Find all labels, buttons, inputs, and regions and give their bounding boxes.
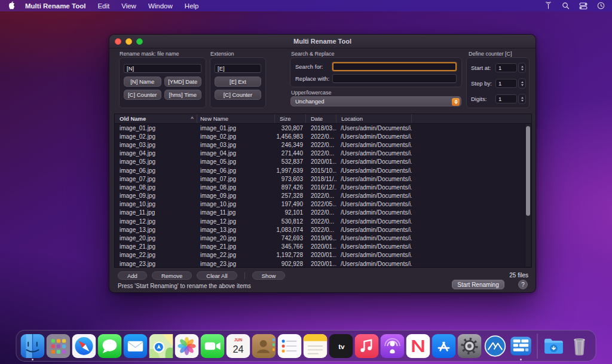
column-header-new-name[interactable]: New Name: [197, 114, 275, 123]
table-row[interactable]: image_12.jpgimage_12.jpg530,8122022/0...…: [115, 217, 531, 225]
dock-icon-tv[interactable]: tv: [329, 333, 353, 359]
table-row[interactable]: image_10.jpgimage_10.jpg197,4902022/05..…: [115, 200, 531, 209]
table-row[interactable]: image_11.jpgimage_11.jpg92,1012022/0.../…: [115, 209, 531, 217]
dock-icon-facetime[interactable]: [201, 333, 225, 359]
cell-old: image_22.jpg: [115, 251, 197, 259]
start-renaming-button[interactable]: Start Renaming: [452, 280, 504, 289]
mask-token-button-1[interactable]: [YMD] Date: [164, 77, 202, 87]
mask-token-button-3[interactable]: [hms] Time: [164, 90, 202, 100]
cell-date: 2018/03...: [306, 124, 336, 132]
table-row[interactable]: image_03.jpgimage_03.jpg246,3492022/0...…: [115, 140, 531, 149]
column-header-old-name[interactable]: Old Name^: [115, 114, 197, 123]
menu-item-help[interactable]: Help: [179, 2, 205, 10]
clock-icon[interactable]: [597, 2, 605, 10]
column-header-date[interactable]: Date: [306, 114, 336, 123]
menu-item-window[interactable]: Window: [142, 2, 179, 10]
dock-icon-app-store[interactable]: [432, 333, 456, 359]
table-row[interactable]: image_04.jpgimage_04.jpg271,4402022/0...…: [115, 149, 531, 158]
table-row[interactable]: image_05.jpgimage_05.jpg532,8372020/01..…: [115, 158, 531, 166]
table-row[interactable]: image_21.jpgimage_21.jpg345,7662020/01..…: [115, 243, 531, 251]
extension-token-button-1[interactable]: [C] Counter: [215, 90, 261, 100]
title-bar[interactable]: Multi Rename Tool: [109, 35, 536, 48]
cell-blank: [412, 192, 531, 200]
replace-with-input[interactable]: [332, 74, 457, 83]
dock-icon-finder[interactable]: [21, 333, 45, 359]
column-header-location[interactable]: Location: [336, 114, 412, 123]
dock-icon-safari[interactable]: [72, 333, 96, 359]
cell-size: 345,766: [275, 243, 306, 251]
cell-loc: /Users/admin/Documents/i...: [336, 132, 412, 140]
table-row[interactable]: image_02.jpgimage_02.jpg1,456,9832022/0.…: [115, 132, 531, 140]
help-button[interactable]: ?: [518, 280, 528, 289]
table-row[interactable]: image_23.jpgimage_23.jpg902,9282020/01..…: [115, 259, 531, 268]
clear-all-button[interactable]: Clear All: [197, 271, 237, 280]
dock-icon-peak-app[interactable]: [484, 333, 507, 359]
dock-icon-reminders[interactable]: [278, 333, 302, 359]
remove-button[interactable]: Remove: [152, 271, 192, 280]
dock-icon-launchpad[interactable]: [47, 333, 71, 359]
cell-size: 320,807: [275, 124, 306, 132]
dock-icon-mail[interactable]: [124, 333, 148, 359]
dock-icon-podcasts[interactable]: [381, 333, 405, 359]
dock-icon-photos[interactable]: [175, 333, 199, 359]
dock-icon-notes[interactable]: [304, 333, 328, 359]
add-button[interactable]: Add: [118, 271, 147, 280]
scrollbar-thumb[interactable]: [526, 126, 530, 216]
table-row[interactable]: image_09.jpgimage_09.jpg257,3282022/0...…: [115, 192, 531, 200]
menu-item-edit[interactable]: Edit: [91, 2, 115, 10]
apple-menu[interactable]: [7, 1, 20, 10]
table-row[interactable]: image_01.jpgimage_01.jpg320,8072018/03..…: [115, 124, 531, 132]
cell-date: 2020/01...: [306, 251, 336, 259]
dock-icon-trash[interactable]: [568, 333, 592, 359]
stepper-control[interactable]: [518, 94, 526, 104]
stepper-control[interactable]: [518, 63, 526, 73]
counter-row-value[interactable]: 1: [495, 79, 517, 88]
cell-blank: [412, 124, 531, 132]
dock-separator: [537, 334, 538, 359]
table-row[interactable]: image_08.jpgimage_08.jpg897,4262016/12/.…: [115, 183, 531, 191]
dock-icon-news[interactable]: [406, 333, 430, 359]
extension-token-button-0[interactable]: [E] Ext: [215, 77, 261, 87]
search-for-input[interactable]: [332, 62, 457, 71]
table-row[interactable]: image_06.jpgimage_06.jpg1,997,6392015/10…: [115, 166, 531, 175]
show-button[interactable]: Show: [252, 271, 286, 280]
dock-icon-calendar[interactable]: JUN24: [227, 333, 250, 359]
cell-size: 530,812: [275, 217, 306, 225]
table-row[interactable]: image_22.jpgimage_22.jpg1,192,7282020/01…: [115, 251, 531, 259]
case-select[interactable]: Unchanged: [290, 96, 461, 106]
cell-date: 2020/01...: [306, 158, 336, 166]
cell-new: image_01.jpg: [197, 124, 275, 132]
dock-icon-downloads[interactable]: [542, 333, 566, 359]
cell-loc: /Users/admin/Documents/i...: [336, 192, 412, 200]
control-center-icon[interactable]: [579, 2, 587, 10]
cell-new: image_03.jpg: [197, 140, 275, 149]
stepper-control[interactable]: [518, 78, 526, 88]
dock-icon-system-preferences[interactable]: [458, 333, 482, 359]
counter-row-value[interactable]: 1: [495, 63, 517, 72]
column-header-size[interactable]: Size: [275, 114, 306, 123]
status-text: Press 'Start Renaming' to rename the abo…: [118, 283, 251, 289]
mask-token-button-2[interactable]: [C] Counter: [124, 90, 161, 100]
menu-item-view[interactable]: View: [115, 2, 142, 10]
menu-item-app[interactable]: Multi Rename Tool: [20, 2, 91, 10]
table-scrollbar[interactable]: [525, 124, 531, 267]
dock-icon-music[interactable]: [355, 333, 379, 359]
search-icon[interactable]: [562, 2, 570, 10]
counter-row-value[interactable]: 1: [495, 94, 517, 103]
table-row[interactable]: image_07.jpgimage_07.jpg973,6032018/11/.…: [115, 175, 531, 183]
cell-size: 257,328: [275, 192, 306, 200]
mask-token-button-0[interactable]: [N] Name: [124, 77, 161, 87]
dock-icon-messages[interactable]: [98, 333, 122, 359]
dock-icon-contacts[interactable]: [252, 333, 276, 359]
cell-new: image_11.jpg: [197, 209, 275, 217]
dock-icon-maps[interactable]: [149, 333, 173, 359]
wireless-status-icon[interactable]: [544, 2, 552, 10]
counter-label: Define counter [C]: [469, 51, 512, 57]
rename-mask-input[interactable]: [124, 64, 201, 73]
cell-loc: /Users/admin/Documents/i...: [336, 158, 412, 166]
extension-input[interactable]: [215, 64, 261, 73]
table-row[interactable]: image_20.jpgimage_20.jpg742,6932019/06..…: [115, 234, 531, 242]
table-row[interactable]: image_13.jpgimage_13.jpg1,083,0742022/0.…: [115, 225, 531, 234]
dock-icon-rename-tool[interactable]: [509, 333, 533, 359]
cell-new: image_02.jpg: [197, 132, 275, 140]
